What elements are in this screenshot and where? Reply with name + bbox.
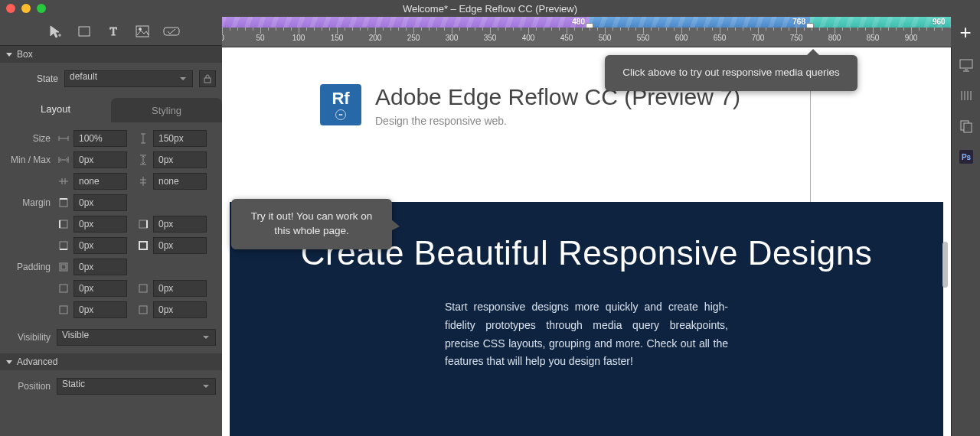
- max-height-input[interactable]: [153, 173, 207, 190]
- min-width-input[interactable]: [74, 151, 127, 168]
- assets-button[interactable]: [958, 87, 975, 104]
- breakpoint-segment-3[interactable]: 960: [810, 17, 951, 28]
- margin-top-icon: [57, 196, 70, 210]
- vertical-scrollbar[interactable]: [942, 242, 948, 288]
- photoshop-button[interactable]: Ps: [958, 148, 975, 165]
- svg-rect-5: [204, 78, 211, 83]
- tooltip-media-queries-text: Click above to try out responsive media …: [622, 67, 840, 78]
- minmax-label: Min / Max: [6, 155, 57, 165]
- min-width-icon: [57, 153, 70, 167]
- margin-left-input[interactable]: [74, 216, 127, 233]
- position-select[interactable]: Static: [57, 378, 216, 395]
- hero-body: Start responsive designs more quickly an…: [445, 298, 728, 371]
- svg-rect-0: [79, 27, 90, 36]
- state-value: default: [70, 71, 97, 82]
- padding-right-input[interactable]: [153, 280, 207, 297]
- bp-label-480: 480: [572, 17, 585, 28]
- margin-label: Margin: [6, 197, 57, 208]
- margin-right-input[interactable]: [153, 216, 207, 233]
- breakpoint-bar[interactable]: 480 768 960: [222, 17, 951, 28]
- tooltip-try-it-out: Try it out! You can work on this whole p…: [231, 199, 392, 249]
- svg-rect-19: [60, 306, 67, 314]
- image-tool[interactable]: [133, 22, 152, 41]
- tab-styling[interactable]: Styling: [111, 98, 222, 122]
- ruler-number: 700: [752, 34, 765, 42]
- svg-rect-8: [60, 220, 67, 228]
- selection-tool[interactable]: [46, 22, 64, 41]
- padding-top-input[interactable]: [74, 259, 127, 275]
- ruler-number: 450: [560, 34, 573, 42]
- ruler-number: 0: [222, 34, 224, 42]
- tab-styling-label: Styling: [152, 105, 181, 116]
- bp-label-960: 960: [933, 17, 946, 28]
- right-rail: Ps: [951, 47, 980, 436]
- margin-all-input[interactable]: [153, 237, 207, 254]
- svg-rect-20: [139, 306, 147, 314]
- height-input[interactable]: [153, 130, 207, 147]
- min-height-icon: [136, 153, 150, 167]
- svg-point-3: [139, 28, 142, 30]
- width-icon: [57, 132, 70, 145]
- svg-rect-17: [60, 285, 67, 292]
- svg-rect-2: [136, 26, 149, 37]
- padding-right-icon: [136, 281, 150, 295]
- box-section-label: Box: [17, 49, 33, 60]
- max-height-icon: [136, 174, 150, 188]
- ruler-number: 150: [331, 34, 344, 42]
- breakpoint-segment-1[interactable]: 480: [222, 17, 590, 28]
- tab-layout[interactable]: Layout: [0, 95, 111, 122]
- padding-left-input[interactable]: [74, 280, 127, 297]
- svg-rect-18: [139, 285, 147, 292]
- state-label: State: [31, 73, 58, 84]
- state-lock-button[interactable]: [199, 70, 216, 87]
- svg-rect-12: [60, 242, 67, 249]
- tooltip-media-queries: Click above to try out responsive media …: [605, 55, 858, 91]
- plus-icon: +: [959, 21, 971, 44]
- copy-button[interactable]: [958, 118, 975, 135]
- margin-bottom-icon: [57, 239, 70, 252]
- ruler-number: 50: [256, 34, 264, 42]
- svg-rect-14: [139, 242, 147, 249]
- ruler-number: 200: [369, 34, 382, 42]
- width-input[interactable]: [74, 130, 127, 147]
- box-tool[interactable]: [75, 22, 93, 41]
- breakpoint-segment-2[interactable]: 768: [590, 17, 810, 28]
- margin-left-icon: [57, 217, 70, 231]
- max-width-input[interactable]: [74, 173, 127, 190]
- close-window-button[interactable]: [6, 4, 15, 13]
- box-section-header[interactable]: Box: [0, 46, 222, 63]
- layout-properties: Size Min / Max Margin: [0, 122, 222, 346]
- form-tool[interactable]: [162, 22, 181, 41]
- visibility-label: Visibility: [6, 332, 57, 343]
- zoom-window-button[interactable]: [37, 4, 46, 13]
- ruler[interactable]: 0501001502002503003504004505005506006507…: [222, 28, 951, 47]
- margin-bottom-input[interactable]: [74, 237, 127, 254]
- ruler-number: 750: [790, 34, 803, 42]
- height-icon: [136, 132, 150, 145]
- ruler-number: 800: [828, 34, 841, 42]
- max-width-icon: [57, 174, 70, 188]
- advanced-section-header[interactable]: Advanced: [0, 353, 222, 370]
- advanced-section-label: Advanced: [17, 356, 57, 367]
- preview-button[interactable]: [958, 57, 975, 73]
- ruler-number: 850: [867, 34, 880, 42]
- app-subtitle: Design the responsive web.: [375, 115, 740, 127]
- padding-bottom-input[interactable]: [74, 301, 127, 318]
- ruler-number: 250: [407, 34, 420, 42]
- ruler-number: 550: [637, 34, 650, 42]
- ruler-number: 300: [446, 34, 459, 42]
- text-tool[interactable]: T: [104, 22, 122, 41]
- visibility-select[interactable]: Visible: [57, 329, 216, 346]
- margin-top-input[interactable]: [74, 194, 127, 211]
- padding-all-input[interactable]: [153, 301, 207, 318]
- minimize-window-button[interactable]: [21, 4, 31, 13]
- ruler-number: 900: [905, 34, 918, 42]
- app-icon-text: Rf: [332, 90, 349, 107]
- min-height-input[interactable]: [153, 151, 207, 168]
- title-bar: Welcome* – Edge Reflow CC (Preview): [0, 0, 980, 17]
- margin-right-icon: [136, 217, 150, 231]
- add-breakpoint-button[interactable]: +: [951, 17, 980, 47]
- ruler-number: 600: [675, 34, 688, 42]
- ruler-number: 400: [522, 34, 535, 42]
- state-select[interactable]: default: [64, 70, 193, 87]
